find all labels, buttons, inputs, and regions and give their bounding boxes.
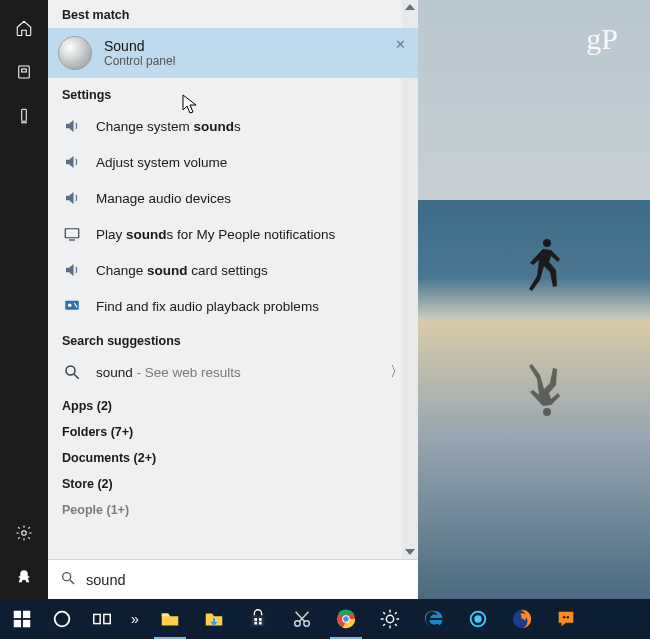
category-store[interactable]: Store (2) xyxy=(48,468,418,494)
search-icon xyxy=(62,362,82,382)
header-settings: Settings xyxy=(48,78,418,108)
rail-feedback[interactable] xyxy=(0,555,48,599)
svg-rect-1 xyxy=(22,69,27,72)
search-icon xyxy=(60,570,76,589)
runner-silhouette xyxy=(525,235,565,305)
svg-rect-23 xyxy=(259,622,262,625)
settings-item-my-people-sounds[interactable]: Play sounds for My People notifications xyxy=(48,216,418,252)
results-scrollbar[interactable] xyxy=(402,0,418,559)
svg-point-11 xyxy=(63,573,71,581)
troubleshoot-icon xyxy=(62,296,82,316)
category-apps[interactable]: Apps (2) xyxy=(48,390,418,416)
svg-rect-13 xyxy=(14,611,21,618)
sound-cpl-icon xyxy=(58,36,92,70)
svg-point-34 xyxy=(567,616,569,618)
cortana-button[interactable] xyxy=(42,599,82,639)
web-suggestion-sound[interactable]: sound - See web results 〉 xyxy=(48,354,418,390)
taskbar-file-explorer[interactable] xyxy=(148,599,192,639)
settings-item-manage-audio-devices[interactable]: Manage audio devices xyxy=(48,180,418,216)
rail-settings[interactable] xyxy=(0,511,48,555)
taskbar-feedback[interactable] xyxy=(544,599,588,639)
svg-rect-21 xyxy=(259,618,262,621)
start-search-panel: Best match Sound Control panel ✕ Setting… xyxy=(0,0,418,599)
category-documents[interactable]: Documents (2+) xyxy=(48,442,418,468)
taskbar-edge[interactable] xyxy=(412,599,456,639)
best-match-result[interactable]: Sound Control panel ✕ xyxy=(48,28,418,78)
svg-point-28 xyxy=(343,616,349,622)
svg-point-8 xyxy=(68,303,72,307)
svg-rect-15 xyxy=(14,620,21,627)
taskbar-overflow-icon[interactable]: » xyxy=(122,611,148,627)
settings-item-sound-card[interactable]: Change sound card settings xyxy=(48,252,418,288)
svg-rect-18 xyxy=(94,614,100,623)
svg-rect-19 xyxy=(104,614,110,623)
header-best-match: Best match xyxy=(48,0,418,28)
taskbar-camera[interactable] xyxy=(456,599,500,639)
svg-rect-7 xyxy=(65,301,79,310)
svg-point-17 xyxy=(55,612,70,627)
start-button[interactable] xyxy=(2,599,42,639)
best-match-title: Sound xyxy=(104,38,175,54)
task-view-button[interactable] xyxy=(82,599,122,639)
taskbar-snip[interactable] xyxy=(280,599,324,639)
svg-point-33 xyxy=(563,616,565,618)
watermark-logo: gP xyxy=(586,22,618,56)
svg-point-4 xyxy=(22,531,27,536)
speaker-icon xyxy=(62,152,82,172)
settings-item-troubleshoot-audio[interactable]: Find and fix audio playback problems xyxy=(48,288,418,324)
svg-rect-2 xyxy=(22,109,27,121)
best-match-dismiss[interactable]: ✕ xyxy=(390,34,410,54)
runner-reflection xyxy=(525,350,565,420)
taskbar-chrome[interactable] xyxy=(324,599,368,639)
taskbar-firefox[interactable] xyxy=(500,599,544,639)
search-input[interactable] xyxy=(86,572,406,588)
svg-rect-22 xyxy=(254,622,257,625)
rail-home[interactable] xyxy=(0,6,48,50)
speaker-icon xyxy=(62,116,82,136)
svg-rect-5 xyxy=(65,229,79,238)
search-box[interactable] xyxy=(48,559,418,599)
category-people[interactable]: People (1+) xyxy=(48,494,418,520)
svg-point-31 xyxy=(475,616,481,622)
taskbar: » xyxy=(0,599,650,639)
start-rail xyxy=(0,0,48,599)
svg-rect-16 xyxy=(23,620,30,627)
taskbar-store[interactable] xyxy=(236,599,280,639)
svg-point-29 xyxy=(386,615,393,622)
display-icon xyxy=(62,224,82,244)
svg-rect-14 xyxy=(23,611,30,618)
best-match-subtitle: Control panel xyxy=(104,54,175,68)
category-folders[interactable]: Folders (7+) xyxy=(48,416,418,442)
svg-line-10 xyxy=(74,374,79,379)
rail-apps[interactable] xyxy=(0,50,48,94)
svg-point-9 xyxy=(66,366,75,375)
settings-item-adjust-volume[interactable]: Adjust system volume xyxy=(48,144,418,180)
svg-line-12 xyxy=(70,580,74,584)
taskbar-brightness[interactable] xyxy=(368,599,412,639)
taskbar-downloads[interactable] xyxy=(192,599,236,639)
rail-devices[interactable] xyxy=(0,94,48,138)
search-results-pane: Best match Sound Control panel ✕ Setting… xyxy=(48,0,418,599)
speaker-icon xyxy=(62,260,82,280)
svg-rect-20 xyxy=(254,618,257,621)
speaker-icon xyxy=(62,188,82,208)
settings-item-change-system-sounds[interactable]: Change system sounds xyxy=(48,108,418,144)
header-search-suggestions: Search suggestions xyxy=(48,324,418,354)
